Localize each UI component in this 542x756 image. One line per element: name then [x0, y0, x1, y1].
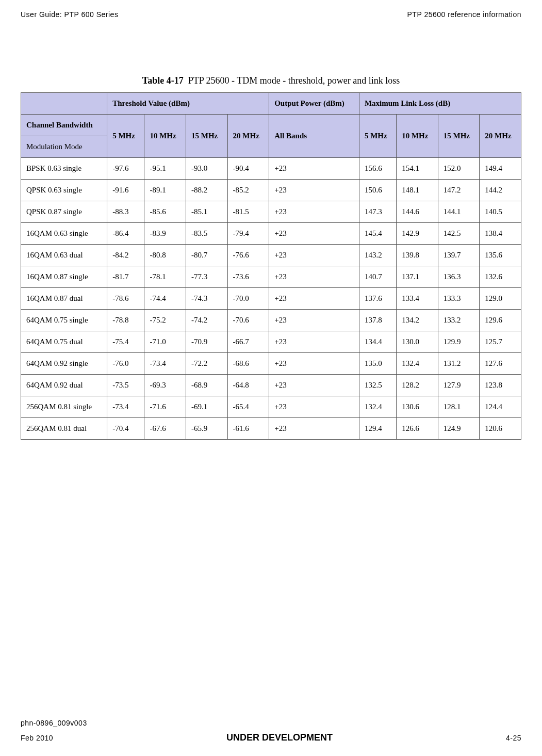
- cell-l20: 129.6: [480, 310, 521, 331]
- cell-l15: 133.2: [438, 310, 480, 331]
- cell-l20: 123.8: [480, 375, 521, 396]
- cell-t5: -75.4: [107, 331, 144, 353]
- header-right: PTP 25600 reference information: [407, 10, 521, 19]
- cell-t5: -97.6: [107, 158, 144, 180]
- cell-t5: -76.0: [107, 353, 144, 375]
- cell-t15: -65.9: [186, 418, 228, 440]
- cell-l5: 150.6: [359, 180, 396, 201]
- cell-l10: 130.6: [397, 396, 438, 418]
- cell-t15: -83.5: [186, 223, 228, 245]
- table-row: 16QAM 0.87 single-81.7-78.1-77.3-73.6+23…: [21, 266, 521, 288]
- table-row: 64QAM 0.75 single-78.8-75.2-74.2-70.6+23…: [21, 310, 521, 331]
- cell-t10: -71.0: [144, 331, 186, 353]
- cell-l10: 144.6: [397, 201, 438, 223]
- cell-l5: 135.0: [359, 353, 396, 375]
- cell-t15: -70.9: [186, 331, 228, 353]
- cell-t15: -77.3: [186, 266, 228, 288]
- cell-l10: 133.4: [397, 288, 438, 310]
- cell-l5: 132.5: [359, 375, 396, 396]
- cell-l10: 139.8: [397, 245, 438, 266]
- header-left: User Guide: PTP 600 Series: [21, 10, 118, 19]
- caption-text: PTP 25600 - TDM mode - threshold, power …: [188, 75, 400, 86]
- cell-pwr: +23: [269, 310, 359, 331]
- cell-t10: -83.9: [144, 223, 186, 245]
- table-row: 64QAM 0.92 dual-73.5-69.3-68.9-64.8+2313…: [21, 375, 521, 396]
- cell-pwr: +23: [269, 418, 359, 440]
- cell-t15: -69.1: [186, 396, 228, 418]
- cell-mode: 16QAM 0.87 single: [21, 266, 107, 288]
- cell-l5: 145.4: [359, 223, 396, 245]
- cell-l10: 132.4: [397, 353, 438, 375]
- cell-t5: -78.8: [107, 310, 144, 331]
- cell-t20: -70.0: [227, 288, 269, 310]
- cell-pwr: +23: [269, 245, 359, 266]
- cell-l10: 154.1: [397, 158, 438, 180]
- cell-t5: -70.4: [107, 418, 144, 440]
- cell-pwr: +23: [269, 396, 359, 418]
- cell-t10: -78.1: [144, 266, 186, 288]
- cell-t15: -74.3: [186, 288, 228, 310]
- header-modulation: Modulation Mode: [21, 136, 107, 158]
- table-row: 256QAM 0.81 single-73.4-71.6-69.1-65.4+2…: [21, 396, 521, 418]
- cell-t5: -84.2: [107, 245, 144, 266]
- cell-l10: 137.1: [397, 266, 438, 288]
- cell-t15: -74.2: [186, 310, 228, 331]
- cell-t15: -80.7: [186, 245, 228, 266]
- cell-l15: 127.9: [438, 375, 480, 396]
- cell-t10: -71.6: [144, 396, 186, 418]
- cell-l15: 124.9: [438, 418, 480, 440]
- cell-pwr: +23: [269, 223, 359, 245]
- header-10mhz-a: 10 MHz: [144, 115, 186, 158]
- cell-l20: 149.4: [480, 158, 521, 180]
- cell-t5: -88.3: [107, 201, 144, 223]
- cell-mode: 64QAM 0.75 single: [21, 310, 107, 331]
- cell-l10: 126.6: [397, 418, 438, 440]
- cell-l5: 137.8: [359, 310, 396, 331]
- cell-l20: 144.2: [480, 180, 521, 201]
- cell-t5: -73.4: [107, 396, 144, 418]
- cell-l5: 156.6: [359, 158, 396, 180]
- cell-t5: -81.7: [107, 266, 144, 288]
- cell-t20: -61.6: [227, 418, 269, 440]
- cell-pwr: +23: [269, 353, 359, 375]
- cell-t5: -91.6: [107, 180, 144, 201]
- cell-pwr: +23: [269, 331, 359, 353]
- cell-l5: 129.4: [359, 418, 396, 440]
- header-channel: Channel Bandwidth: [21, 115, 107, 136]
- cell-l10: 148.1: [397, 180, 438, 201]
- cell-l5: 137.6: [359, 288, 396, 310]
- cell-t20: -73.6: [227, 266, 269, 288]
- cell-mode: BPSK 0.63 single: [21, 158, 107, 180]
- cell-l15: 142.5: [438, 223, 480, 245]
- table-row: 256QAM 0.81 dual-70.4-67.6-65.9-61.6+231…: [21, 418, 521, 440]
- cell-l20: 132.6: [480, 266, 521, 288]
- table-row: BPSK 0.63 single-97.6-95.1-93.0-90.4+231…: [21, 158, 521, 180]
- cell-l15: 133.3: [438, 288, 480, 310]
- footer-docid: phn-0896_009v003: [21, 719, 521, 727]
- cell-t15: -93.0: [186, 158, 228, 180]
- table-row: 16QAM 0.87 dual-78.6-74.4-74.3-70.0+2313…: [21, 288, 521, 310]
- cell-l20: 138.4: [480, 223, 521, 245]
- header-maxlink: Maximum Link Loss (dB): [359, 93, 521, 115]
- cell-l5: 147.3: [359, 201, 396, 223]
- header-20mhz-a: 20 MHz: [227, 115, 269, 158]
- cell-t20: -81.5: [227, 201, 269, 223]
- header-15mhz-a: 15 MHz: [186, 115, 228, 158]
- header-5mhz-a: 5 MHz: [107, 115, 144, 158]
- cell-l15: 136.3: [438, 266, 480, 288]
- caption-label: Table 4-17: [142, 75, 184, 86]
- cell-l5: 132.4: [359, 396, 396, 418]
- cell-t20: -66.7: [227, 331, 269, 353]
- table-row: 16QAM 0.63 single-86.4-83.9-83.5-79.4+23…: [21, 223, 521, 245]
- cell-t10: -75.2: [144, 310, 186, 331]
- cell-l20: 120.6: [480, 418, 521, 440]
- cell-pwr: +23: [269, 180, 359, 201]
- header-5mhz-b: 5 MHz: [359, 115, 396, 158]
- cell-t10: -73.4: [144, 353, 186, 375]
- cell-mode: 16QAM 0.63 single: [21, 223, 107, 245]
- cell-mode: 16QAM 0.87 dual: [21, 288, 107, 310]
- cell-t5: -86.4: [107, 223, 144, 245]
- cell-l15: 139.7: [438, 245, 480, 266]
- cell-t10: -89.1: [144, 180, 186, 201]
- cell-l10: 130.0: [397, 331, 438, 353]
